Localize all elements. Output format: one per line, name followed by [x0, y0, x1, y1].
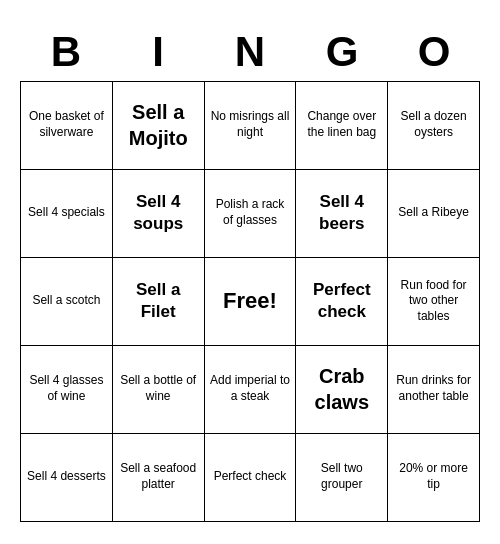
bingo-letter-n: N	[204, 23, 296, 81]
bingo-cell-20: Sell 4 desserts	[21, 434, 113, 522]
bingo-cell-19: Run drinks for another table	[388, 346, 480, 434]
bingo-cell-text-22: Perfect check	[214, 469, 287, 485]
bingo-cell-text-20: Sell 4 desserts	[27, 469, 106, 485]
bingo-cell-text-19: Run drinks for another table	[393, 373, 474, 404]
bingo-cell-text-15: Sell 4 glasses of wine	[26, 373, 107, 404]
bingo-cell-1: Sell a Mojito	[113, 82, 205, 170]
bingo-cell-text-10: Sell a scotch	[32, 293, 100, 309]
bingo-card: BINGO One basket of silverwareSell a Moj…	[10, 13, 490, 532]
bingo-cell-text-3: Change over the linen bag	[301, 109, 382, 140]
bingo-cell-13: Perfect check	[296, 258, 388, 346]
bingo-cell-8: Sell 4 beers	[296, 170, 388, 258]
bingo-cell-text-1: Sell a Mojito	[118, 99, 199, 151]
bingo-cell-text-17: Add imperial to a steak	[210, 373, 291, 404]
bingo-cell-17: Add imperial to a steak	[205, 346, 297, 434]
bingo-letter-b: B	[20, 23, 112, 81]
bingo-cell-23: Sell two grouper	[296, 434, 388, 522]
bingo-cell-3: Change over the linen bag	[296, 82, 388, 170]
bingo-cell-11: Sell a Filet	[113, 258, 205, 346]
bingo-cell-text-14: Run food for two other tables	[393, 278, 474, 325]
bingo-cell-text-24: 20% or more tip	[393, 461, 474, 492]
bingo-cell-24: 20% or more tip	[388, 434, 480, 522]
bingo-cell-text-23: Sell two grouper	[301, 461, 382, 492]
bingo-letter-g: G	[296, 23, 388, 81]
bingo-cell-16: Sell a bottle of wine	[113, 346, 205, 434]
bingo-cell-text-13: Perfect check	[301, 279, 382, 323]
bingo-cell-14: Run food for two other tables	[388, 258, 480, 346]
bingo-cell-text-11: Sell a Filet	[118, 279, 199, 323]
bingo-cell-text-2: No misrings all night	[210, 109, 291, 140]
bingo-cell-6: Sell 4 soups	[113, 170, 205, 258]
bingo-cell-21: Sell a seafood platter	[113, 434, 205, 522]
bingo-cell-4: Sell a dozen oysters	[388, 82, 480, 170]
bingo-cell-text-4: Sell a dozen oysters	[393, 109, 474, 140]
bingo-cell-text-7: Polish a rack of glasses	[210, 197, 291, 228]
bingo-cell-9: Sell a Ribeye	[388, 170, 480, 258]
bingo-cell-5: Sell 4 specials	[21, 170, 113, 258]
bingo-cell-22: Perfect check	[205, 434, 297, 522]
bingo-letter-i: I	[112, 23, 204, 81]
bingo-cell-0: One basket of silverware	[21, 82, 113, 170]
bingo-cell-text-5: Sell 4 specials	[28, 205, 105, 221]
bingo-header: BINGO	[20, 23, 480, 81]
bingo-cell-text-9: Sell a Ribeye	[398, 205, 469, 221]
bingo-cell-text-21: Sell a seafood platter	[118, 461, 199, 492]
bingo-cell-text-8: Sell 4 beers	[301, 191, 382, 235]
bingo-cell-2: No misrings all night	[205, 82, 297, 170]
bingo-cell-15: Sell 4 glasses of wine	[21, 346, 113, 434]
bingo-grid: One basket of silverwareSell a MojitoNo …	[20, 81, 480, 522]
bingo-cell-text-12: Free!	[223, 287, 277, 316]
bingo-cell-12: Free!	[205, 258, 297, 346]
bingo-cell-text-16: Sell a bottle of wine	[118, 373, 199, 404]
bingo-cell-text-0: One basket of silverware	[26, 109, 107, 140]
bingo-cell-10: Sell a scotch	[21, 258, 113, 346]
bingo-cell-18: Crab claws	[296, 346, 388, 434]
bingo-cell-text-18: Crab claws	[301, 363, 382, 415]
bingo-cell-7: Polish a rack of glasses	[205, 170, 297, 258]
bingo-letter-o: O	[388, 23, 480, 81]
bingo-cell-text-6: Sell 4 soups	[118, 191, 199, 235]
